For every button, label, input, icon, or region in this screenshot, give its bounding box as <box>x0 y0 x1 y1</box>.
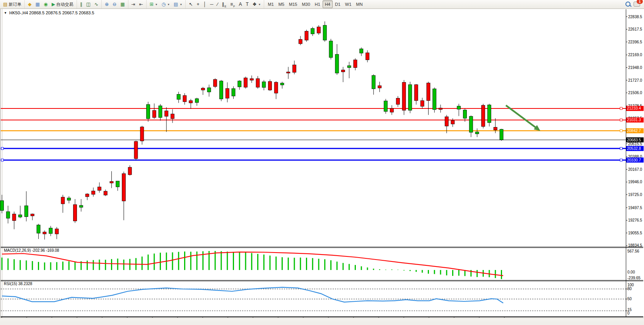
candle <box>293 65 296 72</box>
hline-handle[interactable] <box>620 130 622 132</box>
candle <box>104 191 107 195</box>
timeframe-d1[interactable]: D1 <box>333 0 343 8</box>
timeframe-m30[interactable]: M30 <box>299 0 312 8</box>
candle <box>122 174 126 201</box>
chart-window[interactable]: 22838.522617.522396.522169.021948.021727… <box>0 9 644 322</box>
fibonacci-icon[interactable]: ≡F <box>228 0 237 8</box>
search-icon[interactable] <box>625 2 630 7</box>
trendline-icon[interactable]: ∕ <box>215 0 220 8</box>
hline-handle[interactable] <box>1 147 3 150</box>
candle <box>439 108 442 110</box>
template-icon[interactable]: ▤▼ <box>172 0 184 8</box>
candle <box>311 28 314 34</box>
candle <box>73 205 77 221</box>
chart-title: HK50-,H4 20868.5 20876.5 20667.5 20683.5 <box>9 10 94 15</box>
price-tick-label: 19946.0 <box>628 180 642 184</box>
timeframe-h4[interactable]: H4 <box>323 0 333 8</box>
candle <box>79 205 83 207</box>
candle <box>159 106 162 117</box>
timeframe-m15[interactable]: M15 <box>287 0 299 8</box>
chevron-down-icon: ▼ <box>179 3 182 6</box>
candlestick-chart[interactable]: 22838.522617.522396.522169.021948.021727… <box>0 9 644 322</box>
status-bar <box>0 318 644 322</box>
chart-autoscroll-icon[interactable]: ⇤ <box>137 0 145 8</box>
line-chart-icon: ∿ <box>94 1 98 8</box>
horizontal-line-icon[interactable]: ─ <box>208 0 215 8</box>
candle <box>256 79 260 87</box>
timeframe-w1[interactable]: W1 <box>343 0 354 8</box>
price-tick-label: 21948.0 <box>628 65 642 70</box>
macd-axis-zero: 0.00 <box>627 270 635 274</box>
zoom-in-icon: ⊕ <box>105 1 109 8</box>
market-watch-icon[interactable]: ▦ <box>34 0 42 8</box>
hline-handle[interactable] <box>620 159 622 161</box>
channel-icon[interactable]: ∥E <box>220 0 228 8</box>
rsi-axis-label: 50 <box>627 297 632 301</box>
hline-handle[interactable] <box>1 159 3 161</box>
profiles-icon[interactable]: ◆ <box>26 0 33 8</box>
signals-icon[interactable]: ◉ <box>42 0 50 8</box>
timeframe-m1[interactable]: M1 <box>265 0 276 8</box>
macd-axis-min: -239.65 <box>627 276 641 280</box>
candle <box>402 83 406 110</box>
signals-icon: ◉ <box>44 1 48 8</box>
candle <box>201 88 205 90</box>
candle <box>67 198 71 200</box>
price-tick-label: 22617.5 <box>628 27 642 31</box>
price-label: 20532.8 <box>627 146 641 151</box>
zoom-in-icon[interactable]: ⊕ <box>103 0 111 8</box>
line-chart-icon[interactable]: ∿ <box>92 0 100 8</box>
autotrading-button: ▶ <box>51 1 55 8</box>
price-label: 20683.5 <box>627 138 641 142</box>
price-tick-label: 19497.5 <box>628 206 642 210</box>
period-icon[interactable]: ◷▼ <box>160 0 172 8</box>
text-icon: A <box>239 1 242 8</box>
add-indicator-icon[interactable]: ⊞▼ <box>148 0 160 8</box>
hline-handle[interactable] <box>620 147 622 150</box>
candle <box>420 101 424 107</box>
candle <box>189 101 193 103</box>
vertical-line-icon[interactable]: │ <box>201 0 208 8</box>
crosshair-icon[interactable]: + <box>195 0 201 8</box>
price-label: 20842.7 <box>627 129 641 133</box>
candle <box>232 89 235 96</box>
candle <box>384 101 388 111</box>
main-toolbar: ▤新订单◆▦◉▶自动交易∥◫∿⊕⊖▦⇥⇤⊞▼◷▼▤▼↖+│─∕∥E≡FAT❖▼ … <box>0 0 644 9</box>
timeframe-mn[interactable]: MN <box>354 0 365 8</box>
timeframe-m5[interactable]: M5 <box>276 0 287 8</box>
candle <box>116 181 120 187</box>
zoom-out-icon[interactable]: ⊖ <box>111 0 118 8</box>
candlestick-chart-icon[interactable]: ◫ <box>84 0 92 8</box>
chart-shift-icon[interactable]: ⇥ <box>130 0 137 8</box>
candle <box>225 88 229 98</box>
tile-windows-icon[interactable]: ▦ <box>118 0 126 8</box>
candle <box>37 225 40 233</box>
candle <box>262 82 266 88</box>
price-tick-label: 20167.0 <box>628 167 642 172</box>
candle <box>500 129 503 140</box>
timeframe-h1[interactable]: H1 <box>313 0 323 8</box>
arrows-icon[interactable]: ❖▼ <box>251 0 263 8</box>
candle <box>49 228 53 234</box>
autotrading-button[interactable]: ▶自动交易 <box>50 0 75 8</box>
candle <box>85 194 89 197</box>
price-tick-label: 19055.5 <box>628 231 642 235</box>
chevron-down-icon: ▼ <box>258 3 261 6</box>
candle <box>244 78 248 87</box>
cursor-icon[interactable]: ↖ <box>187 0 195 8</box>
candle <box>317 27 321 33</box>
hline-handle[interactable] <box>620 107 622 110</box>
notifications-icon[interactable]: 1 <box>634 2 640 7</box>
candle <box>415 84 418 100</box>
bar-chart-icon: ∥ <box>80 1 82 8</box>
macd-axis-max: 567.56 <box>627 249 639 253</box>
text-label-icon[interactable]: T <box>244 0 250 8</box>
text-icon[interactable]: A <box>237 0 244 8</box>
candle <box>25 206 28 217</box>
candle <box>488 105 491 123</box>
bar-chart-icon[interactable]: ∥ <box>78 0 84 8</box>
candle <box>360 49 363 53</box>
new-order-button[interactable]: ▤新订单 <box>1 0 23 8</box>
candle <box>378 86 381 88</box>
hline-handle[interactable] <box>620 119 622 121</box>
